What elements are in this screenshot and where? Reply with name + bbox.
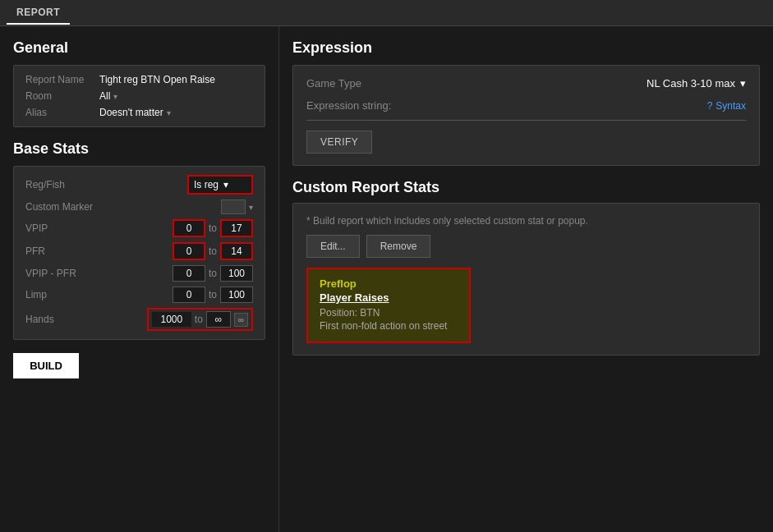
reg-fish-row: Reg/Fish Is reg ▾ bbox=[25, 175, 253, 195]
reg-fish-value: Is reg bbox=[194, 179, 219, 190]
room-label: Room bbox=[25, 90, 99, 102]
vpip-from-input[interactable] bbox=[173, 219, 205, 237]
custom-stats-box: * Build report which includes only selec… bbox=[292, 203, 760, 355]
alias-value: Doesn't matter bbox=[99, 107, 163, 118]
vpip-to-label: to bbox=[209, 222, 217, 234]
report-name-value: Tight reg BTN Open Raise bbox=[99, 74, 215, 85]
pfr-label: PFR bbox=[25, 245, 99, 257]
right-panel: Expression Game Type NL Cash 3-10 max ▾ … bbox=[279, 26, 773, 532]
vpip-pfr-controls: to bbox=[173, 265, 253, 282]
vpip-pfr-row: VPIP - PFR to bbox=[25, 265, 253, 282]
custom-marker-label: Custom Marker bbox=[25, 201, 99, 213]
syntax-question-icon: ? bbox=[707, 100, 713, 112]
syntax-text: Syntax bbox=[715, 100, 746, 112]
verify-button[interactable]: VERIFY bbox=[306, 131, 372, 154]
vpip-row: VPIP to bbox=[25, 219, 253, 237]
vpip-to-input[interactable] bbox=[220, 219, 253, 237]
expression-header: Game Type NL Cash 3-10 max ▾ bbox=[306, 77, 746, 89]
stat-card-detail1: Position: BTN bbox=[320, 307, 458, 319]
game-type-label: Game Type bbox=[306, 77, 361, 89]
tab-bar: REPORT bbox=[0, 0, 773, 26]
reg-fish-label: Reg/Fish bbox=[25, 179, 99, 190]
pfr-from-input[interactable] bbox=[173, 242, 205, 260]
pfr-row: PFR to bbox=[25, 242, 253, 260]
general-box: Report Name Tight reg BTN Open Raise Roo… bbox=[13, 65, 265, 127]
reg-fish-dropdown[interactable]: Is reg ▾ bbox=[187, 175, 253, 195]
hands-from-input[interactable] bbox=[152, 312, 191, 327]
pfr-to-input[interactable] bbox=[220, 242, 253, 260]
limp-label: Limp bbox=[25, 289, 99, 300]
custom-marker-row: Custom Marker ▾ bbox=[25, 200, 253, 214]
custom-marker-controls: ▾ bbox=[221, 200, 253, 214]
hands-infinity-icon[interactable]: ∞ bbox=[234, 313, 248, 327]
vpip-controls: to bbox=[173, 219, 253, 237]
report-tab[interactable]: REPORT bbox=[7, 2, 70, 25]
alias-dropdown[interactable]: Doesn't matter ▾ bbox=[99, 107, 171, 118]
limp-to-input[interactable] bbox=[220, 287, 253, 303]
expression-box: Game Type NL Cash 3-10 max ▾ Expression … bbox=[292, 65, 760, 166]
build-report-note: * Build report which includes only selec… bbox=[306, 215, 746, 227]
stat-card-phase: Preflop bbox=[320, 277, 458, 290]
remove-button[interactable]: Remove bbox=[366, 235, 431, 258]
main-container: General Report Name Tight reg BTN Open R… bbox=[0, 26, 773, 532]
vpip-pfr-from-input[interactable] bbox=[173, 265, 205, 282]
alias-row: Alias Doesn't matter ▾ bbox=[25, 107, 253, 118]
base-stats-title: Base Stats bbox=[13, 140, 265, 158]
custom-report-stats-section: Custom Report Stats * Build report which… bbox=[292, 179, 760, 519]
reg-fish-arrow: ▾ bbox=[223, 179, 228, 190]
custom-actions: Edit... Remove bbox=[306, 235, 746, 258]
vpip-pfr-label: VPIP - PFR bbox=[25, 268, 99, 279]
left-panel: General Report Name Tight reg BTN Open R… bbox=[0, 26, 279, 532]
hands-infinity-value: ∞ bbox=[206, 311, 231, 328]
expression-section: Expression Game Type NL Cash 3-10 max ▾ … bbox=[292, 39, 760, 166]
build-button[interactable]: BUILD bbox=[13, 353, 79, 378]
vpip-pfr-to-input[interactable] bbox=[220, 265, 253, 282]
room-dropdown-arrow: ▾ bbox=[113, 92, 117, 101]
game-type-value: NL Cash 3-10 max ▾ bbox=[646, 77, 746, 89]
room-dropdown[interactable]: All ▾ bbox=[99, 90, 117, 102]
vpip-pfr-to-label: to bbox=[209, 268, 217, 279]
expression-string-label: Expression string: bbox=[306, 99, 391, 112]
custom-marker-color[interactable] bbox=[221, 200, 246, 214]
limp-from-input[interactable] bbox=[173, 287, 205, 303]
general-title: General bbox=[13, 39, 265, 57]
edit-button[interactable]: Edit... bbox=[306, 235, 360, 258]
room-row: Room All ▾ bbox=[25, 90, 253, 102]
expression-string-row: Expression string: ? Syntax bbox=[306, 99, 746, 112]
alias-label: Alias bbox=[25, 107, 99, 118]
room-value: All bbox=[99, 90, 110, 102]
build-btn-container: BUILD bbox=[13, 353, 265, 378]
base-stats-section: Base Stats Reg/Fish Is reg ▾ Custom Mark… bbox=[13, 140, 265, 340]
syntax-link[interactable]: ? Syntax bbox=[707, 100, 746, 112]
report-name-label: Report Name bbox=[25, 74, 99, 85]
vpip-label: VPIP bbox=[25, 222, 99, 234]
limp-row: Limp to bbox=[25, 287, 253, 303]
custom-report-stats-title: Custom Report Stats bbox=[292, 179, 760, 196]
custom-marker-arrow: ▾ bbox=[249, 203, 253, 212]
game-type-dropdown-arrow[interactable]: ▾ bbox=[740, 77, 746, 89]
limp-controls: to bbox=[173, 287, 253, 303]
report-name-row: Report Name Tight reg BTN Open Raise bbox=[25, 74, 253, 85]
general-section: General Report Name Tight reg BTN Open R… bbox=[13, 39, 265, 127]
pfr-controls: to bbox=[173, 242, 253, 260]
hands-to-label: to bbox=[195, 314, 203, 325]
base-stats-box: Reg/Fish Is reg ▾ Custom Marker ▾ bbox=[13, 166, 265, 340]
limp-to-label: to bbox=[209, 289, 217, 300]
hands-row: Hands to ∞ ∞ bbox=[25, 308, 253, 331]
reg-fish-controls: Is reg ▾ bbox=[187, 175, 253, 195]
expression-divider bbox=[306, 120, 746, 121]
hands-controls: to ∞ ∞ bbox=[147, 308, 253, 331]
hands-group: to ∞ ∞ bbox=[147, 308, 253, 331]
expression-title: Expression bbox=[292, 39, 760, 57]
stat-card-detail2: First non-fold action on street bbox=[320, 320, 458, 332]
verify-btn-container: VERIFY bbox=[306, 131, 746, 154]
pfr-to-label: to bbox=[209, 245, 217, 257]
alias-dropdown-arrow: ▾ bbox=[167, 108, 171, 117]
hands-label: Hands bbox=[25, 314, 99, 325]
stat-card[interactable]: Preflop Player Raises Position: BTN Firs… bbox=[306, 268, 471, 343]
game-type-text: NL Cash 3-10 max bbox=[646, 77, 735, 89]
stat-card-name: Player Raises bbox=[320, 291, 458, 304]
